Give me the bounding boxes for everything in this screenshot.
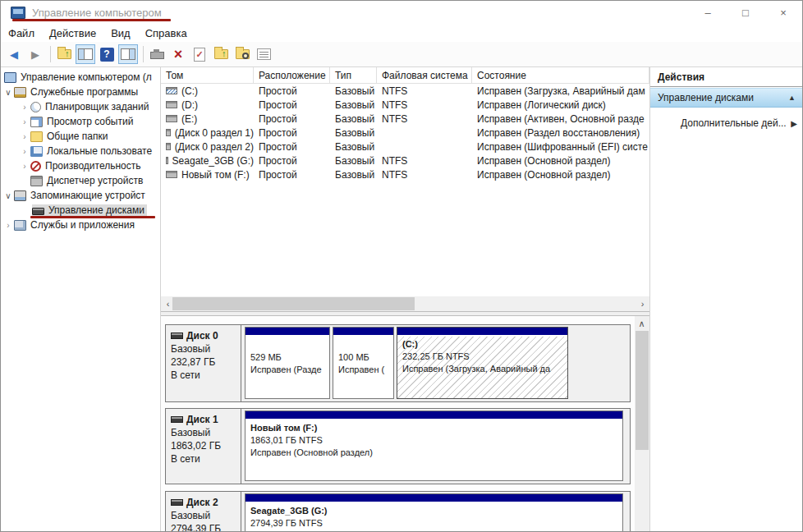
- partition-f[interactable]: Новый том (F:) 1863,01 ГБ NTFS Исправен …: [245, 410, 623, 481]
- tree-item-performance[interactable]: › Производительность: [1, 158, 160, 173]
- chevron-right-icon[interactable]: ›: [19, 147, 30, 156]
- console-tree-icon: [78, 48, 93, 60]
- vertical-scrollbar[interactable]: ∧: [635, 316, 649, 531]
- tree-item-event-viewer[interactable]: › Просмотр событий: [1, 114, 160, 129]
- disk-icon: [171, 416, 183, 423]
- chevron-right-icon[interactable]: ›: [19, 117, 30, 126]
- explore-button[interactable]: [232, 44, 252, 64]
- properties-button[interactable]: ✓: [190, 44, 209, 64]
- partition-efi[interactable]: 100 МБ Исправен (: [333, 327, 394, 399]
- delete-volume-button[interactable]: ×: [168, 44, 188, 64]
- minimize-button[interactable]: –: [689, 1, 727, 24]
- table-row[interactable]: (Диск 0 раздел 2) Простой Базовый Исправ…: [161, 140, 649, 154]
- chevron-down-icon[interactable]: ∨: [2, 191, 14, 200]
- close-button[interactable]: ×: [764, 1, 802, 24]
- horizontal-scrollbar[interactable]: ‹ ›: [161, 296, 649, 311]
- column-header-filesystem[interactable]: Файловая система: [377, 67, 472, 83]
- disk-device-icon: [150, 52, 164, 59]
- partition-color-bar: [245, 411, 622, 420]
- volume-icon: [166, 129, 171, 136]
- rescan-disks-button[interactable]: [147, 44, 167, 64]
- chevron-right-icon[interactable]: ›: [19, 103, 30, 112]
- disk-row-0: Диск 0 Базовый 232,87 ГБ В сети 529 МБ И…: [165, 324, 631, 402]
- export-list-button[interactable]: [254, 44, 273, 64]
- disk-2-info[interactable]: Диск 2 Базовый 2794,39 ГБ: [166, 492, 241, 531]
- red-underline-annotation-tree: [30, 216, 155, 218]
- column-header-status[interactable]: Состояние: [472, 67, 649, 83]
- menu-action[interactable]: Действие: [42, 24, 103, 42]
- forward-button[interactable]: ▶: [25, 44, 45, 64]
- back-button[interactable]: ◀: [4, 44, 24, 64]
- column-header-layout[interactable]: Расположение: [254, 67, 330, 83]
- actions-group-disk-management[interactable]: Управление дисками ▲: [650, 88, 802, 108]
- selected-tree-item[interactable]: Управление дисками: [32, 204, 147, 216]
- column-header-type[interactable]: Тип: [330, 67, 377, 83]
- maximize-button[interactable]: □: [727, 1, 764, 24]
- disk-management-icon: [32, 208, 44, 215]
- volume-icon: [166, 157, 168, 164]
- disk-graphical-view: Диск 0 Базовый 232,87 ГБ В сети 529 МБ И…: [161, 316, 649, 531]
- partition-color-bar: [397, 328, 567, 337]
- chevron-right-icon[interactable]: ›: [19, 132, 30, 141]
- partition-recovery[interactable]: 529 МБ Исправен (Разде: [245, 327, 330, 399]
- tree-item-storage[interactable]: ∨ Запоминающие устройст: [1, 188, 160, 203]
- table-row[interactable]: (D:) Простой Базовый NTFS Исправен (Логи…: [161, 98, 649, 112]
- column-header-volume[interactable]: Том: [161, 67, 254, 83]
- users-icon: [30, 146, 43, 157]
- volume-list: Том Расположение Тип Файловая система Со…: [161, 67, 649, 311]
- volume-icon: [166, 101, 177, 108]
- table-row[interactable]: (Диск 0 раздел 1) Простой Базовый Исправ…: [161, 126, 649, 140]
- performance-icon: [30, 161, 41, 172]
- horizontal-scroll-thumb[interactable]: [172, 297, 415, 310]
- computer-management-window: Управление компьютером – □ × Файл Действ…: [0, 0, 803, 532]
- tree-item-local-users[interactable]: › Локальные пользовате: [1, 144, 160, 158]
- disk-0-info[interactable]: Диск 0 Базовый 232,87 ГБ В сети: [166, 325, 241, 401]
- show-action-pane-button[interactable]: [118, 44, 138, 64]
- services-icon: [14, 220, 26, 231]
- disk-row-1: Диск 1 Базовый 1863,02 ГБ В сети Новый т…: [165, 408, 631, 484]
- disk-1-info[interactable]: Диск 1 Базовый 1863,02 ГБ В сети: [166, 409, 241, 484]
- app-icon: [11, 7, 25, 19]
- open-folder-icon: ↑: [214, 49, 228, 59]
- collapse-icon[interactable]: ▲: [788, 94, 796, 102]
- vertical-scroll-thumb[interactable]: [636, 331, 649, 450]
- up-level-button[interactable]: ↑: [54, 44, 74, 64]
- storage-icon: [14, 190, 26, 201]
- table-row[interactable]: (E:) Простой Базовый NTFS Исправен (Акти…: [161, 112, 649, 126]
- open-button[interactable]: ↑: [211, 44, 231, 64]
- chevron-down-icon[interactable]: ∨: [2, 88, 14, 97]
- tree-item-services[interactable]: › Службы и приложения: [1, 218, 160, 232]
- disk-2-partitions: Seagate_3GB (G:) 2794,39 ГБ NTFS: [241, 492, 630, 531]
- table-row[interactable]: (C:) Простой Базовый NTFS Исправен (Загр…: [161, 84, 649, 98]
- scroll-right-icon[interactable]: ›: [636, 296, 649, 311]
- menu-view[interactable]: Вид: [103, 24, 138, 42]
- tree-item-device-manager[interactable]: Диспетчер устройств: [1, 173, 160, 188]
- shared-folders-icon: [30, 131, 43, 142]
- menu-help[interactable]: Справка: [138, 24, 195, 42]
- tree-item-task-scheduler[interactable]: › Планировщик заданий: [1, 99, 160, 114]
- partition-color-bar: [333, 328, 393, 337]
- scroll-up-icon[interactable]: ∧: [635, 316, 649, 331]
- help-button[interactable]: ?: [97, 44, 117, 64]
- chevron-right-icon[interactable]: ›: [19, 162, 30, 171]
- chevron-right-icon[interactable]: ›: [2, 221, 14, 230]
- actions-more-item[interactable]: Дополнительные дей... ▶: [650, 114, 802, 132]
- menu-file[interactable]: Файл: [1, 24, 42, 42]
- volume-icon: [166, 87, 177, 94]
- table-row[interactable]: Новый том (F:) Простой Базовый NTFS Испр…: [161, 167, 649, 181]
- partition-g[interactable]: Seagate_3GB (G:) 2794,39 ГБ NTFS: [245, 493, 623, 531]
- tree-item-shared-folders[interactable]: › Общие папки: [1, 129, 160, 144]
- partition-c-selected[interactable]: (C:) 232,25 ГБ NTFS Исправен (Загрузка, …: [397, 327, 568, 399]
- back-icon: ◀: [10, 48, 18, 61]
- properties-icon: ✓: [194, 48, 205, 62]
- disk-icon: [171, 499, 183, 506]
- device-manager-icon: [30, 176, 43, 186]
- show-console-tree-button[interactable]: [76, 44, 95, 64]
- partition-color-bar: [245, 328, 329, 337]
- tree-item-computer-management[interactable]: Управление компьютером (л: [1, 70, 160, 85]
- volume-icon: [166, 143, 171, 150]
- table-row[interactable]: Seagate_3GB (G:) Простой Базовый NTFS Ис…: [161, 154, 649, 167]
- tree-item-system-tools[interactable]: ∨ Служебные программы: [1, 85, 160, 99]
- volume-icon: [166, 115, 177, 122]
- disk-0-partitions: 529 МБ Исправен (Разде 100 МБ Исправен (: [241, 325, 630, 401]
